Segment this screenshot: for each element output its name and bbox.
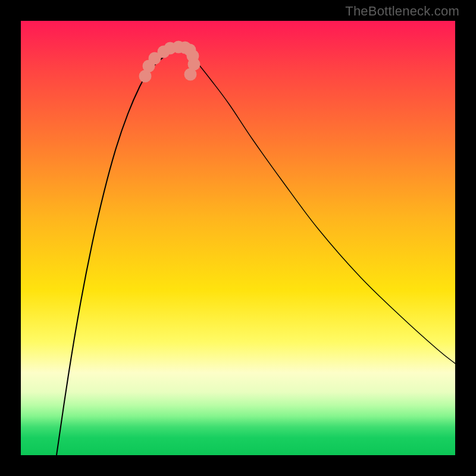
marker-dot bbox=[184, 68, 197, 81]
plot-area bbox=[21, 21, 455, 455]
curve-left bbox=[57, 53, 170, 455]
watermark-text: TheBottleneck.com bbox=[345, 4, 459, 19]
highlight-markers bbox=[139, 41, 201, 83]
plot-overlay-svg bbox=[21, 21, 455, 455]
chart-stage: TheBottleneck.com bbox=[0, 0, 476, 476]
curve-right bbox=[187, 53, 455, 364]
